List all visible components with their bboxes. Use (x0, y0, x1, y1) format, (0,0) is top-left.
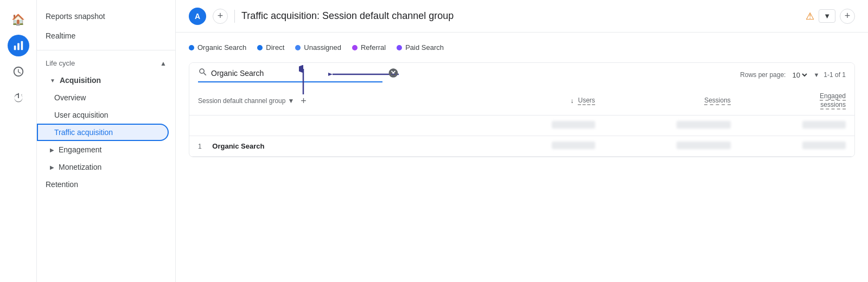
table-header-row: Session default channel group ▼ + (189, 87, 854, 116)
page-info: 1-1 of 1 (824, 71, 846, 79)
sort-arrow-icon: ↓ (570, 97, 573, 105)
legend-item-referral[interactable]: Referral (352, 43, 386, 52)
lifecycle-category[interactable]: Life cycle ▲ (37, 55, 175, 72)
legend-dot-direct (257, 45, 263, 50)
data-table-section: Rows per page: 10 25 50 ▼ 1-1 of 1 (189, 62, 855, 157)
sidebar-item-retention[interactable]: Retention (37, 176, 175, 193)
column-header-sessions: Sessions (604, 87, 739, 116)
header-actions: ⚠ ▼ + (806, 9, 855, 24)
column-header-dimension: Session default channel group ▼ + (189, 87, 489, 116)
header-divider (234, 10, 235, 23)
page-header: A + Traffic acquisition: Session default… (176, 0, 868, 33)
row-number: 1 (198, 143, 202, 150)
sidebar-item-monetization[interactable]: ▶ Monetization (37, 158, 175, 176)
chevron-down-icon: ▼ (824, 12, 831, 20)
chevron-down-icon: ▼ (813, 72, 819, 78)
chevron-down-icon: ▼ (50, 78, 55, 84)
table-row: 1 Organic Search (189, 136, 854, 157)
search-icon (198, 67, 208, 79)
legend-dot-unassigned (295, 45, 301, 50)
add-report-button[interactable]: + (840, 9, 855, 24)
legend-item-direct[interactable]: Direct (257, 43, 284, 52)
table-row-placeholder (189, 116, 854, 136)
sidebar-sub-traffic-acquisition[interactable]: Traffic acquisition (37, 124, 169, 141)
rows-per-page-label: Rows per page: (740, 71, 786, 79)
column-header-users[interactable]: ↓ Users (489, 87, 604, 116)
sidebar: Reports snapshot Realtime Life cycle ▲ ▼… (37, 0, 176, 282)
chevron-right-icon: ▶ (50, 164, 54, 170)
blurred-sessions-data (676, 142, 731, 149)
row-dimension-value: Organic Search (212, 142, 264, 150)
sidebar-sub-user-acquisition[interactable]: User acquisition (37, 106, 175, 124)
svg-rect-0 (14, 46, 16, 50)
sidebar-sub-overview[interactable]: Overview (37, 89, 175, 106)
icon-rail: 🏠 (0, 0, 37, 282)
target-icon[interactable] (8, 87, 29, 108)
svg-rect-2 (21, 41, 23, 50)
legend-item-unassigned[interactable]: Unassigned (295, 43, 341, 52)
search-clear-icon[interactable] (388, 68, 399, 81)
page-title: Traffic acquisition: Session default cha… (241, 10, 799, 22)
legend-dot-organic (189, 45, 194, 50)
add-column-button[interactable]: + (298, 95, 309, 106)
chart-legend: Organic Search Direct Unassigned Referra… (189, 43, 855, 52)
legend-item-organic-search[interactable]: Organic Search (189, 43, 246, 52)
warning-icon[interactable]: ⚠ (806, 10, 814, 22)
sidebar-item-engagement[interactable]: ▶ Engagement (37, 141, 175, 158)
chevron-right-icon: ▶ (50, 147, 54, 153)
legend-dot-referral (352, 45, 358, 50)
dimension-dropdown-icon[interactable]: ▼ (288, 97, 294, 105)
sidebar-item-reports-snapshot[interactable]: Reports snapshot (37, 7, 175, 26)
blurred-engaged-1 (802, 121, 846, 129)
blurred-sessions-1 (676, 121, 731, 129)
avatar[interactable]: A (189, 8, 206, 25)
blurred-engaged-data (802, 142, 846, 149)
main-content: A + Traffic acquisition: Session default… (176, 0, 868, 282)
content-area: Organic Search Direct Unassigned Referra… (176, 33, 868, 282)
data-table: Session default channel group ▼ + (189, 87, 854, 157)
sidebar-item-acquisition[interactable]: ▼ Acquisition (37, 72, 175, 89)
column-header-engaged-sessions: Engaged sessions (739, 87, 854, 116)
rows-per-page-select[interactable]: 10 25 50 (790, 70, 809, 80)
search-input[interactable] (211, 69, 382, 78)
table-wrapper: Session default channel group ▼ + (189, 87, 854, 157)
analytics-icon[interactable] (8, 35, 29, 56)
realtime-icon[interactable] (8, 61, 29, 82)
legend-dot-paid-search (397, 45, 402, 50)
legend-item-paid-search[interactable]: Paid Search (397, 43, 444, 52)
sidebar-item-realtime[interactable]: Realtime (37, 26, 175, 46)
svg-rect-1 (17, 43, 20, 50)
add-comparison-button[interactable]: + (213, 9, 228, 24)
chevron-up-icon: ▲ (160, 60, 167, 67)
header-dropdown-button[interactable]: ▼ (819, 9, 835, 23)
blurred-users-1 (552, 121, 595, 129)
blurred-users-data (552, 142, 595, 149)
home-icon[interactable]: 🏠 (8, 9, 29, 30)
